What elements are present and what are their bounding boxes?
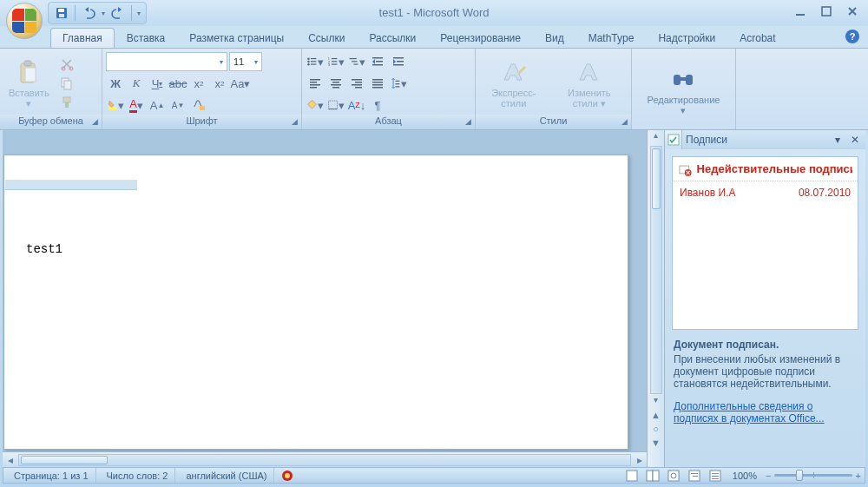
zoom-thumb[interactable] <box>796 470 803 481</box>
panel-dropdown-icon[interactable]: ▾ <box>831 134 845 146</box>
paragraph-launcher-icon[interactable]: ◢ <box>463 117 473 128</box>
panel-close-icon[interactable]: ✕ <box>848 134 862 146</box>
office-button[interactable] <box>6 3 43 39</box>
redo-icon[interactable] <box>110 5 126 21</box>
maximize-button[interactable] <box>816 3 837 19</box>
font-name-combo[interactable]: ▾ <box>106 52 227 71</box>
sort-button[interactable]: AZ↓ <box>347 95 366 115</box>
align-right-button[interactable] <box>347 74 366 93</box>
change-case-button[interactable]: Aa▾ <box>231 74 250 93</box>
bullets-button[interactable]: ▾ <box>306 52 325 71</box>
signature-row[interactable]: Иванов И.А 08.07.2010 <box>673 181 858 204</box>
sig-info-link[interactable]: Дополнительные сведения о подписях в док… <box>665 395 865 424</box>
scroll-up-icon[interactable]: ▴ <box>654 130 658 145</box>
quick-styles-icon <box>501 58 527 88</box>
italic-button[interactable]: К <box>127 74 146 93</box>
qat-customize-icon[interactable]: ▾ <box>137 10 141 17</box>
tab-page-layout[interactable]: Разметка страницы <box>177 28 296 48</box>
browse-object-icon[interactable]: ○ <box>653 424 659 438</box>
save-icon[interactable] <box>54 5 69 21</box>
status-words[interactable]: Число слов: 2 <box>100 468 176 483</box>
styles-launcher-icon[interactable]: ◢ <box>619 117 629 128</box>
increase-indent-button[interactable] <box>389 52 408 71</box>
font-launcher-icon[interactable]: ◢ <box>289 117 299 128</box>
multilevel-button[interactable]: ▾ <box>347 52 366 71</box>
superscript-button[interactable]: x2 <box>210 74 229 93</box>
chevron-down-icon: ▾ <box>254 58 258 66</box>
minimize-button[interactable] <box>790 3 811 19</box>
view-full-screen-icon[interactable] <box>644 469 661 483</box>
svg-rect-66 <box>627 471 637 481</box>
decrease-indent-button[interactable] <box>368 52 387 71</box>
copy-icon[interactable] <box>57 75 76 92</box>
clipboard-launcher-icon[interactable]: ◢ <box>89 117 100 128</box>
bold-button[interactable]: Ж <box>106 74 125 93</box>
scroll-down-icon[interactable]: ▾ <box>654 395 658 410</box>
prev-page-icon[interactable]: ▲ <box>651 410 661 424</box>
document-page[interactable]: test1 <box>3 155 628 450</box>
close-button[interactable] <box>842 3 863 19</box>
align-center-button[interactable] <box>326 74 345 93</box>
strike-button[interactable]: abc <box>168 74 187 93</box>
clear-format-button[interactable] <box>189 95 208 115</box>
svg-rect-41 <box>331 79 341 81</box>
quick-access-toolbar: ▾ ▾ <box>48 2 147 24</box>
zoom-value[interactable]: 100% <box>727 471 762 481</box>
paste-button[interactable]: Вставить▾ <box>3 53 55 114</box>
view-print-layout-icon[interactable] <box>623 469 641 483</box>
shading-button[interactable]: ▾ <box>306 95 325 115</box>
borders-button[interactable]: ▾ <box>326 95 345 115</box>
svg-rect-44 <box>332 87 339 89</box>
undo-icon[interactable] <box>81 5 96 21</box>
zoom-out-icon[interactable]: − <box>766 471 771 481</box>
status-lang[interactable]: английский (США) <box>179 468 274 483</box>
help-icon[interactable]: ? <box>845 30 859 43</box>
horizontal-scrollbar[interactable]: ◂ ▸ <box>3 451 647 467</box>
align-left-button[interactable] <box>306 74 325 93</box>
view-draft-icon[interactable] <box>707 469 724 483</box>
status-page[interactable]: Страница: 1 из 1 <box>7 468 96 483</box>
tab-mathtype[interactable]: MathType <box>576 28 647 48</box>
svg-rect-76 <box>712 476 719 477</box>
tab-home[interactable]: Главная <box>50 28 115 48</box>
status-sig-icon[interactable] <box>278 468 297 483</box>
tab-addins[interactable]: Надстройки <box>646 28 727 48</box>
tab-review[interactable]: Рецензирование <box>428 28 533 48</box>
justify-button[interactable] <box>368 74 387 93</box>
underline-button[interactable]: Ч▾ <box>148 74 167 93</box>
hscroll-thumb[interactable] <box>21 456 108 464</box>
numbering-button[interactable]: 123▾ <box>326 52 345 71</box>
highlight-button[interactable]: ▾ <box>106 95 125 115</box>
vertical-scrollbar[interactable]: ▴ ▾ ▲ ○ ▼ <box>647 130 664 467</box>
undo-dropdown-icon[interactable]: ▾ <box>102 10 105 17</box>
svg-point-65 <box>285 473 290 478</box>
change-styles-button[interactable]: Изменить стили ▾ <box>551 53 628 114</box>
tab-view[interactable]: Вид <box>533 28 576 48</box>
tab-acrobat[interactable]: Acrobat <box>727 28 787 48</box>
editing-button[interactable]: Редактирование▾ <box>642 60 726 121</box>
scroll-left-icon[interactable]: ◂ <box>3 454 17 466</box>
tab-insert[interactable]: Вставка <box>115 28 178 48</box>
subscript-button[interactable]: x2 <box>189 74 208 93</box>
line-spacing-button[interactable]: ▾ <box>389 74 408 93</box>
zoom-in-icon[interactable]: + <box>856 471 861 481</box>
scroll-right-icon[interactable]: ▸ <box>632 454 647 466</box>
cut-icon[interactable] <box>57 56 76 73</box>
format-painter-icon[interactable] <box>57 94 76 111</box>
view-web-layout-icon[interactable] <box>665 469 682 483</box>
svg-rect-23 <box>332 58 338 59</box>
quick-styles-button[interactable]: Экспресс-стили <box>479 53 549 114</box>
tab-mailings[interactable]: Рассылки <box>357 28 428 48</box>
font-size-combo[interactable]: 11▾ <box>229 52 262 71</box>
vscroll-thumb[interactable] <box>652 148 661 209</box>
show-marks-button[interactable]: ¶ <box>368 95 387 115</box>
panel-task-icon[interactable] <box>665 130 682 149</box>
tab-references[interactable]: Ссылки <box>296 28 357 48</box>
shrink-font-button[interactable]: A▼ <box>168 95 187 115</box>
zoom-slider[interactable]: − + <box>766 469 861 483</box>
font-color-button[interactable]: A▾ <box>127 95 146 115</box>
grow-font-button[interactable]: A▲ <box>148 95 167 115</box>
next-page-icon[interactable]: ▼ <box>651 438 661 451</box>
view-outline-icon[interactable] <box>686 469 703 483</box>
svg-rect-7 <box>25 68 36 82</box>
